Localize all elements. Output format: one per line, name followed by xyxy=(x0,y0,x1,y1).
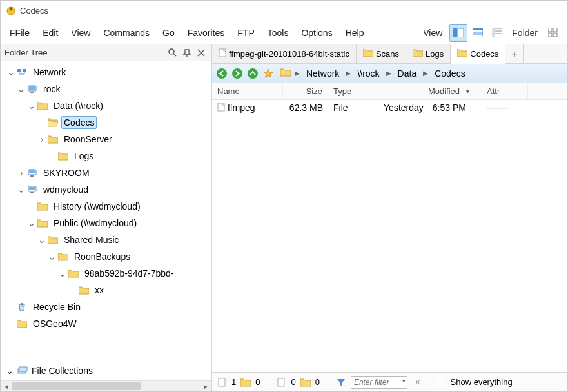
show-everything-checkbox[interactable] xyxy=(436,378,444,386)
filter-icon[interactable] xyxy=(335,378,347,387)
expand-icon[interactable]: ⌄ xyxy=(6,67,16,77)
window-title: Codecs xyxy=(20,6,48,15)
tab-logs[interactable]: Logs xyxy=(406,44,451,63)
menu-options[interactable]: Options xyxy=(295,24,338,42)
expand-icon[interactable]: ⌄ xyxy=(6,366,14,376)
chevron-right-icon[interactable]: ▶ xyxy=(384,70,394,77)
file-icon xyxy=(275,378,287,387)
clear-filter-icon[interactable]: × xyxy=(411,377,424,387)
expand-icon[interactable]: ⌄ xyxy=(37,235,47,245)
chevron-down-icon[interactable]: ▾ xyxy=(402,378,406,384)
tab-label: Logs xyxy=(426,49,444,59)
tree-label: SKYROOM xyxy=(41,166,92,179)
close-pane-icon[interactable] xyxy=(195,46,208,59)
file-collections-section[interactable]: ⌄ File Collections xyxy=(1,360,211,380)
file-row[interactable]: ffmpeg 62.3 MB File Yesterday 6:53 PM --… xyxy=(212,100,567,115)
svg-rect-36 xyxy=(219,49,226,57)
scroll-right-icon[interactable]: ► xyxy=(201,381,211,391)
menu-tools[interactable]: Tools xyxy=(261,24,295,42)
svg-rect-42 xyxy=(278,378,284,386)
menu-help[interactable]: Help xyxy=(339,24,371,42)
favorite-icon[interactable] xyxy=(261,66,275,81)
breadcrumb-network[interactable]: Network xyxy=(304,67,342,80)
tree-data[interactable]: ⌄ Data (\\rock) xyxy=(1,97,211,114)
layout-button-3[interactable] xyxy=(488,24,506,42)
svg-point-38 xyxy=(232,68,242,79)
column-name[interactable]: Name xyxy=(212,83,283,99)
breadcrumb-codecs[interactable]: Codecs xyxy=(432,67,467,80)
tab-ffmpeg[interactable]: ffmpeg-git-20181018-64bit-static xyxy=(212,44,357,63)
breadcrumb-rock[interactable]: \\rock xyxy=(355,67,382,80)
chevron-right-icon[interactable]: ▶ xyxy=(343,70,353,77)
svg-point-39 xyxy=(248,68,258,79)
expand-icon[interactable]: › xyxy=(16,168,26,178)
tree-xx[interactable]: xx xyxy=(1,282,211,299)
layout-button-1[interactable] xyxy=(449,24,467,42)
folder-icon xyxy=(37,101,48,110)
chevron-right-icon[interactable]: ▶ xyxy=(420,70,431,77)
breadcrumb-data[interactable]: Data xyxy=(395,67,420,80)
tree-roonserver[interactable]: › RoonServer xyxy=(1,131,211,148)
folder-icon xyxy=(47,135,59,144)
expand-icon[interactable]: ⌄ xyxy=(16,84,26,94)
folder-tree[interactable]: ⌄ Network ⌄ rock ⌄ Data (\\rock) xyxy=(1,61,211,360)
new-tab-button[interactable]: + xyxy=(505,44,524,63)
tree-label: Codecs xyxy=(61,116,97,129)
tree-skyroom[interactable]: › SKYROOM xyxy=(1,164,211,181)
tab-codecs[interactable]: Codecs xyxy=(451,44,505,64)
tree-rock[interactable]: ⌄ rock xyxy=(1,81,211,97)
expand-icon[interactable]: ⌄ xyxy=(26,101,37,111)
tree-osgeo4w[interactable]: OSGeo4W xyxy=(1,315,211,332)
menu-favorites[interactable]: Favorites xyxy=(181,24,231,42)
breadcrumb: ▶ Network ▶ \\rock ▶ Data ▶ Codecs xyxy=(280,67,468,80)
menu-view[interactable]: View xyxy=(64,24,97,42)
pin-icon[interactable] xyxy=(181,46,193,59)
scroll-thumb[interactable] xyxy=(12,382,141,390)
nav-up-button[interactable] xyxy=(246,66,260,81)
folder-icon xyxy=(457,48,467,59)
tree-history[interactable]: History (\\wdmycloud) xyxy=(1,198,211,215)
column-attr[interactable]: Attr xyxy=(476,83,528,99)
column-modified[interactable]: Modified▼ xyxy=(373,83,476,99)
tree-label: History (\\wdmycloud) xyxy=(51,200,143,213)
tree-codecs[interactable]: Codecs xyxy=(1,114,211,131)
tree-recycle[interactable]: Recycle Bin xyxy=(1,299,211,315)
menu-go[interactable]: Go xyxy=(156,24,181,42)
expand-icon[interactable]: ⌄ xyxy=(26,218,37,228)
tree-sharedmusic[interactable]: ⌄ Shared Music xyxy=(1,231,211,248)
file-list[interactable]: ffmpeg 62.3 MB File Yesterday 6:53 PM --… xyxy=(212,100,567,372)
expand-icon[interactable]: ⌄ xyxy=(47,251,57,262)
grid-icon[interactable] xyxy=(545,25,561,41)
layout-button-2[interactable] xyxy=(469,24,487,42)
tree-guid[interactable]: ⌄ 98ab592b-94d7-7bbd- xyxy=(1,265,211,282)
folder-label[interactable]: Folder xyxy=(507,25,543,41)
tree-wdmycloud[interactable]: ⌄ wdmycloud xyxy=(1,181,211,198)
menu-view-right[interactable]: View xyxy=(416,24,449,42)
menu-file[interactable]: FFile xyxy=(3,24,36,42)
tree-public[interactable]: ⌄ Public (\\wdmycloud) xyxy=(1,215,211,231)
expand-icon[interactable]: › xyxy=(37,134,47,144)
sort-desc-icon: ▼ xyxy=(465,88,471,95)
tree-roonbackups[interactable]: ⌄ RoonBackups xyxy=(1,248,211,265)
nav-back-button[interactable] xyxy=(215,66,229,81)
horizontal-scrollbar[interactable]: ◄ ► xyxy=(1,380,211,391)
tab-scans[interactable]: Scans xyxy=(357,44,406,63)
show-everything-label[interactable]: Show everything xyxy=(451,377,513,387)
scroll-left-icon[interactable]: ◄ xyxy=(1,381,12,391)
nav-forward-button[interactable] xyxy=(230,66,244,81)
column-size[interactable]: Size xyxy=(283,83,328,99)
expand-icon[interactable]: ⌄ xyxy=(57,268,68,279)
svg-rect-13 xyxy=(553,28,557,32)
menu-ftp[interactable]: FTP xyxy=(231,24,260,42)
search-icon[interactable] xyxy=(166,46,179,59)
menu-edit[interactable]: Edit xyxy=(36,24,64,42)
svg-rect-40 xyxy=(218,103,224,111)
filter-input[interactable] xyxy=(351,376,407,389)
menu-commands[interactable]: Commands xyxy=(97,24,156,42)
chevron-right-icon[interactable]: ▶ xyxy=(292,70,302,77)
column-type[interactable]: Type xyxy=(328,83,373,99)
computer-icon xyxy=(26,169,38,177)
tree-logs[interactable]: Logs xyxy=(1,148,211,164)
tree-network[interactable]: ⌄ Network xyxy=(1,64,211,81)
expand-icon[interactable]: ⌄ xyxy=(16,184,26,195)
